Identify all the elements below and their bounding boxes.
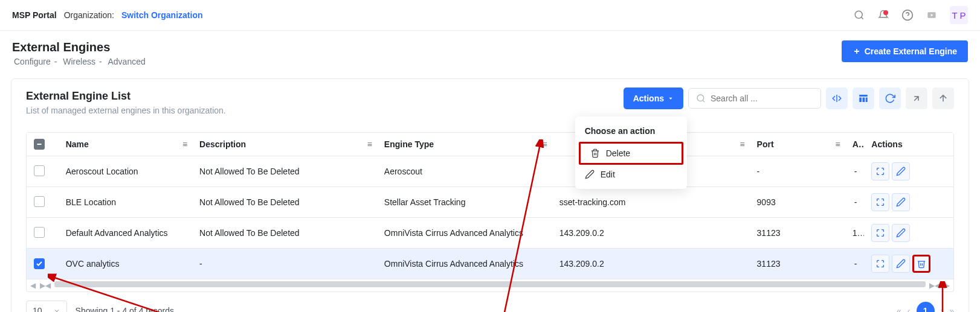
- cell-actions: [864, 218, 953, 249]
- pager-first-icon[interactable]: «: [897, 306, 901, 312]
- col-port[interactable]: Port≡: [750, 133, 845, 156]
- export-button[interactable]: [906, 88, 927, 109]
- table-row[interactable]: BLE LocationNot Allowed To Be DeletedSte…: [27, 187, 953, 218]
- row-checkbox[interactable]: [34, 258, 45, 269]
- cell-name: Aeroscout Location: [59, 156, 192, 187]
- delete-row-button[interactable]: [912, 255, 930, 273]
- topbar-left: MSP Portal Organization: Switch Organiza…: [12, 10, 203, 20]
- svg-line-10: [703, 100, 704, 102]
- col-menu-icon[interactable]: ≡: [367, 139, 372, 149]
- col-name[interactable]: Name≡: [59, 133, 192, 156]
- expand-row-button[interactable]: [871, 162, 889, 180]
- plus-icon: [853, 47, 861, 56]
- col-checkbox[interactable]: [27, 133, 59, 156]
- page-title: External Engines: [12, 40, 147, 54]
- engine-table: Name≡ Description≡ Engine Type≡ ≡ Port≡ …: [27, 133, 953, 279]
- pencil-icon: [585, 170, 595, 179]
- dropdown-delete-label: Delete: [606, 148, 630, 158]
- svg-point-0: [855, 11, 862, 18]
- expand-row-button[interactable]: [871, 255, 889, 273]
- portal-name: MSP Portal: [12, 10, 57, 20]
- caret-down-icon: [668, 95, 674, 101]
- select-all-checkbox[interactable]: [34, 139, 45, 150]
- cell-port: 31123: [750, 249, 845, 279]
- edit-row-button[interactable]: [892, 224, 910, 242]
- annotation-arrow-1: [48, 272, 217, 312]
- cell-name: BLE Location: [59, 187, 192, 218]
- svg-rect-12: [859, 95, 868, 97]
- cell-asset: -: [845, 156, 865, 187]
- external-engine-panel: External Engine List List of managed ext…: [11, 78, 969, 312]
- annotation-arrow-3: [933, 281, 952, 312]
- dropdown-item-edit[interactable]: Edit: [575, 165, 687, 184]
- topbar: MSP Portal Organization: Switch Organiza…: [0, 0, 980, 31]
- col-actions: Actions: [864, 133, 953, 156]
- engine-table-wrap: Name≡ Description≡ Engine Type≡ ≡ Port≡ …: [26, 132, 954, 292]
- cell-description: Not Allowed To Be Deleted: [192, 156, 377, 187]
- search-all-box[interactable]: [688, 88, 821, 109]
- dropdown-item-delete[interactable]: Delete: [579, 142, 683, 165]
- cell-description: Not Allowed To Be Deleted: [192, 187, 377, 218]
- edit-row-button[interactable]: [892, 255, 910, 273]
- cell-asset: -: [845, 187, 865, 218]
- breadcrumb: Configure- Wireless- Advanced: [12, 57, 147, 66]
- cell-description: Not Allowed To Be Deleted: [192, 218, 377, 249]
- page-size-value: 10: [33, 306, 42, 312]
- page-heading-block: External Engines Configure- Wireless- Ad…: [12, 40, 147, 66]
- create-external-engine-button[interactable]: Create External Engine: [842, 40, 968, 62]
- collapse-columns-button[interactable]: [826, 88, 848, 109]
- notifications-icon[interactable]: [877, 9, 889, 21]
- svg-line-1: [861, 17, 863, 19]
- breadcrumb-item[interactable]: Wireless: [63, 57, 95, 66]
- edit-row-button[interactable]: [892, 193, 910, 211]
- table-header-row: Name≡ Description≡ Engine Type≡ ≡ Port≡ …: [27, 133, 953, 156]
- cell-name: Default Advanced Analytics: [59, 218, 192, 249]
- svg-line-17: [53, 277, 211, 312]
- cell-url: 143.209.0.2: [552, 218, 750, 249]
- cell-url: 143.209.0.2: [552, 249, 750, 279]
- help-icon[interactable]: [901, 9, 914, 21]
- row-checkbox[interactable]: [34, 227, 45, 238]
- pager-current[interactable]: 1: [917, 302, 935, 312]
- breadcrumb-item[interactable]: Advanced: [108, 57, 146, 66]
- cell-description: -: [192, 249, 377, 279]
- refresh-button[interactable]: [879, 88, 901, 109]
- svg-rect-14: [863, 98, 865, 103]
- row-checkbox[interactable]: [34, 196, 45, 207]
- col-menu-icon[interactable]: ≡: [182, 139, 187, 149]
- cell-actions: [864, 249, 953, 279]
- user-avatar[interactable]: T P: [950, 6, 968, 24]
- svg-rect-13: [859, 98, 862, 103]
- cell-url: sset-tracking.com: [552, 187, 750, 218]
- row-checkbox[interactable]: [34, 165, 45, 176]
- pager-prev-icon[interactable]: ‹: [907, 306, 911, 312]
- actions-button[interactable]: Actions: [624, 88, 683, 109]
- col-description[interactable]: Description≡: [192, 133, 377, 156]
- page-header: External Engines Configure- Wireless- Ad…: [0, 31, 980, 72]
- expand-row-button[interactable]: [871, 224, 889, 242]
- col-asset[interactable]: As: [845, 133, 865, 156]
- cell-port: 9093: [750, 187, 845, 218]
- svg-rect-15: [866, 98, 868, 103]
- panel-toolbar: Actions Choose an action Delete Edit: [624, 88, 954, 109]
- cell-asset: -: [845, 249, 865, 279]
- columns-button[interactable]: [853, 88, 874, 109]
- table-row[interactable]: Aeroscout LocationNot Allowed To Be Dele…: [27, 156, 953, 187]
- search-global-icon[interactable]: [853, 9, 865, 21]
- video-icon[interactable]: [926, 9, 938, 21]
- search-input[interactable]: [711, 94, 813, 103]
- col-menu-icon[interactable]: ≡: [836, 139, 840, 149]
- breadcrumb-item[interactable]: Configure: [14, 57, 51, 66]
- svg-line-18: [501, 144, 540, 312]
- switch-org-link[interactable]: Switch Organization: [121, 10, 203, 20]
- annotation-arrow-2: [495, 139, 567, 312]
- table-row[interactable]: Default Advanced AnalyticsNot Allowed To…: [27, 218, 953, 249]
- cell-asset: 14: [845, 218, 865, 249]
- edit-row-button[interactable]: [892, 162, 910, 180]
- expand-row-button[interactable]: [871, 193, 889, 211]
- topbar-right: T P: [853, 6, 968, 24]
- dropdown-edit-label: Edit: [601, 170, 615, 179]
- upload-button[interactable]: [932, 88, 954, 109]
- col-menu-icon[interactable]: ≡: [740, 139, 744, 149]
- cell-port: 31123: [750, 218, 845, 249]
